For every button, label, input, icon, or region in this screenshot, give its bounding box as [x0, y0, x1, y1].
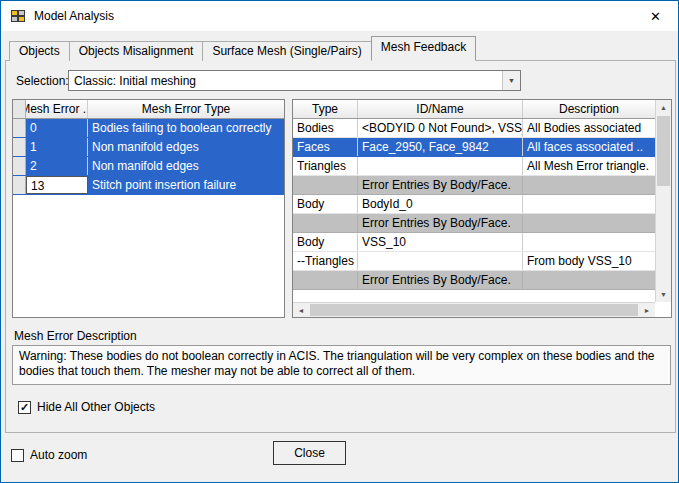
table-row[interactable]: Body BodyId_0	[293, 195, 655, 214]
close-icon[interactable]: ✕	[633, 1, 678, 31]
col-mesh-error-id[interactable]: Mesh Error ...	[26, 100, 88, 118]
tab-surface-mesh[interactable]: Surface Mesh (Single/Pairs)	[202, 41, 371, 61]
window-title: Model Analysis	[34, 9, 114, 23]
table-row[interactable]: 2 Non manifold edges	[13, 157, 284, 176]
horizontal-scrollbar[interactable]: ◄ ►	[293, 302, 655, 317]
mesh-feedback-page: Selection: Classic: Initial meshing ▼ Me…	[5, 60, 676, 433]
selection-value: Classic: Initial meshing	[69, 74, 502, 88]
focused-cell[interactable]: 13	[26, 176, 88, 194]
hide-all-other-objects-checkbox[interactable]: ✓ Hide All Other Objects	[18, 400, 155, 414]
row-header-corner	[13, 100, 26, 118]
mesh-error-description-label: Mesh Error Description	[14, 329, 137, 343]
scroll-up-icon[interactable]: ▲	[656, 100, 671, 115]
vertical-scroll-thumb[interactable]	[657, 116, 670, 186]
table-row-band[interactable]: Error Entries By Body/Face.	[293, 271, 655, 290]
table-row[interactable]: Triangles All Mesh Error triangle.	[293, 157, 655, 176]
app-icon	[10, 8, 26, 24]
auto-zoom-label: Auto zoom	[30, 448, 87, 462]
title-bar: Model Analysis ✕	[1, 1, 678, 31]
mesh-error-description-text: Warning: These bodies do not boolean cor…	[12, 345, 671, 385]
selection-dropdown[interactable]: Classic: Initial meshing ▼	[68, 70, 521, 91]
table-row[interactable]: 1 Non manifold edges	[13, 138, 284, 157]
checkbox-check-icon: ✓	[18, 401, 31, 414]
chevron-down-icon[interactable]: ▼	[502, 71, 520, 90]
table-row[interactable]: Faces Face_2950, Face_9842 All faces ass…	[293, 138, 655, 157]
table-row[interactable]: --Triangles From body VSS_10	[293, 252, 655, 271]
mesh-error-detail-table: Type ID/Name Description Bodies <BODYID …	[292, 99, 672, 318]
table-row[interactable]: Bodies <BODYID 0 Not Found>, VSS_10,... …	[293, 119, 655, 138]
checkbox-empty-icon	[11, 449, 24, 462]
scroll-right-icon[interactable]: ►	[639, 303, 655, 317]
tab-objects[interactable]: Objects	[9, 41, 70, 61]
close-button[interactable]: Close	[273, 441, 346, 465]
table-row[interactable]: 13 Stitch point insertion failure	[13, 176, 284, 195]
table-row-band[interactable]: Error Entries By Body/Face.	[293, 214, 655, 233]
horizontal-scroll-thumb[interactable]	[310, 304, 638, 316]
mesh-error-table: Mesh Error ... Mesh Error Type 0 Bodies …	[12, 99, 285, 318]
col-type[interactable]: Type	[293, 100, 358, 118]
vertical-scrollbar[interactable]: ▲ ▼	[655, 100, 671, 302]
table-row[interactable]: 0 Bodies failing to boolean correctly	[13, 119, 284, 138]
model-analysis-dialog: Model Analysis ✕ Objects Objects Misalig…	[0, 0, 679, 483]
tab-strip: Objects Objects Misalignment Surface Mes…	[9, 38, 475, 61]
table-row[interactable]: Body VSS_10	[293, 233, 655, 252]
hide-all-label: Hide All Other Objects	[37, 400, 155, 414]
scroll-left-icon[interactable]: ◄	[293, 303, 309, 317]
col-id-name[interactable]: ID/Name	[358, 100, 523, 118]
scroll-down-icon[interactable]: ▼	[656, 287, 671, 302]
mesh-error-table-header: Mesh Error ... Mesh Error Type	[13, 100, 284, 119]
table-row-band[interactable]: Error Entries By Body/Face.	[293, 176, 655, 195]
tab-mesh-feedback[interactable]: Mesh Feedback	[371, 36, 476, 61]
auto-zoom-checkbox[interactable]: Auto zoom	[11, 448, 87, 462]
detail-table-header: Type ID/Name Description	[293, 100, 655, 119]
tab-objects-misalignment[interactable]: Objects Misalignment	[69, 41, 204, 61]
col-mesh-error-type[interactable]: Mesh Error Type	[88, 100, 284, 118]
col-description[interactable]: Description	[523, 100, 655, 118]
selection-label: Selection:	[16, 74, 69, 88]
